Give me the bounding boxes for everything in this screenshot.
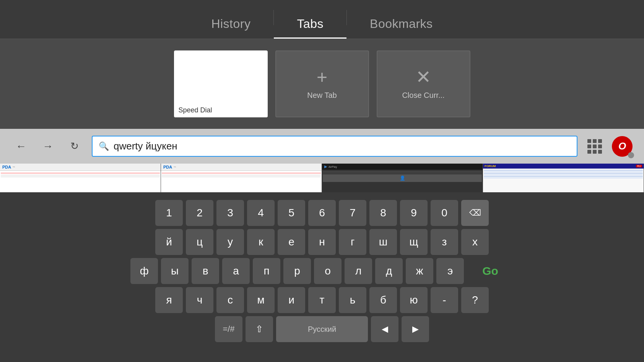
key-ц[interactable]: ц [186,229,213,255]
key-ы[interactable]: ы [161,258,189,284]
key-arrow-left[interactable]: ◀ [371,316,398,342]
forum-logo: FORUM [485,164,496,168]
key-в[interactable]: в [192,258,219,284]
thumbnail-3[interactable]: ▶ AirPlay 👤 [322,164,483,192]
thumb-inner-1: PDA ™ [0,164,161,192]
key-о[interactable]: о [314,258,342,284]
tab-card-new-tab[interactable]: + New Tab [275,50,369,117]
key-л[interactable]: л [345,258,372,284]
key-ь[interactable]: ь [339,287,366,313]
grid-dot [587,150,591,154]
tab-bookmarks[interactable]: Bookmarks [347,11,456,39]
key-й[interactable]: й [155,229,183,255]
key-question[interactable]: ? [461,287,489,313]
key-к[interactable]: к [247,229,275,255]
thumb-body-1 [0,171,161,192]
key-arrow-right[interactable]: ▶ [402,316,429,342]
grid-dot [587,144,591,148]
thumb-img: 👤 [323,174,482,182]
thumb-line [1,175,160,176]
key-ф[interactable]: ф [130,258,158,284]
key-7[interactable]: 7 [339,200,366,226]
key-е[interactable]: е [278,229,305,255]
thumbnail-2[interactable]: PDA ™ [161,164,322,192]
key-5[interactable]: 5 [278,200,305,226]
shift-icon: ⇧ [255,324,263,334]
key-щ[interactable]: щ [400,229,428,255]
key-space[interactable]: Русский [276,316,368,342]
key-6[interactable]: 6 [308,200,336,226]
key-т[interactable]: т [308,287,336,313]
key-н[interactable]: н [308,229,336,255]
thumb-header-2: PDA ™ [161,164,322,171]
forward-button[interactable]: → [38,137,57,156]
thumb-img-icon: 👤 [400,175,405,181]
key-3[interactable]: 3 [216,200,244,226]
grid-view-button[interactable] [585,137,604,156]
pda-logo-2: PDA [163,165,172,169]
forum-row [484,171,643,172]
key-special-chars[interactable]: =/# [215,316,242,342]
forum-row [484,173,643,174]
thumb-inner-2: PDA ™ [161,164,322,192]
thumb-inner-4: FORUM RU [483,164,644,192]
tab-tabs[interactable]: Tabs [274,11,346,39]
key-shift[interactable]: ⇧ [246,316,273,342]
thumbnails-row: PDA ™ PDA ™ ▶ [0,164,644,192]
key-м[interactable]: м [247,287,275,313]
close-current-label: Close Curr... [402,91,444,100]
search-icon: 🔍 [99,141,109,151]
grid-dot [598,150,602,154]
key-п[interactable]: п [253,258,280,284]
key-я[interactable]: я [155,287,183,313]
key-ш[interactable]: ш [369,229,397,255]
forum-row [484,176,643,177]
key-4[interactable]: 4 [247,200,275,226]
opera-letter: O [618,140,626,152]
pink-bar [1,172,160,174]
key-а[interactable]: а [222,258,250,284]
key-р[interactable]: р [283,258,311,284]
tab-history[interactable]: History [188,11,273,39]
backspace-icon: ⌫ [469,208,481,218]
thumb-line [323,171,482,172]
thumb-header-4: FORUM RU [483,164,644,169]
key-э[interactable]: э [436,258,464,284]
opera-logo-button[interactable]: O [612,136,633,157]
key-8[interactable]: 8 [369,200,397,226]
key-г[interactable]: г [339,229,366,255]
keyboard-row-1: й ц у к е н г ш щ з х [155,229,489,255]
key-ж[interactable]: ж [406,258,433,284]
back-icon: ← [16,140,26,153]
thumbnail-1[interactable]: PDA ™ [0,164,161,192]
key-1[interactable]: 1 [155,200,183,226]
grid-dot [598,139,602,143]
address-input[interactable] [114,140,571,152]
thumbnail-4[interactable]: FORUM RU [483,164,644,192]
pda-logo-1: PDA [2,165,11,169]
key-д[interactable]: д [375,258,403,284]
key-backspace[interactable]: ⌫ [461,200,489,226]
tab-card-speed-dial[interactable]: Speed Dial [174,50,268,117]
grid-dot [593,150,597,154]
thumb-subtitle-2: ™ [173,166,176,169]
key-б[interactable]: б [369,287,397,313]
key-и[interactable]: и [278,287,305,313]
thumb-subtitle-1: ™ [12,166,15,169]
key-з[interactable]: з [431,229,458,255]
key-х[interactable]: х [461,229,489,255]
key-0[interactable]: 0 [431,200,458,226]
reload-button[interactable]: ↻ [65,137,84,156]
key-2[interactable]: 2 [186,200,213,226]
key-с[interactable]: с [216,287,244,313]
tab-card-close-current[interactable]: ✕ Close Curr... [377,50,470,117]
back-button[interactable]: ← [11,137,31,156]
key-ю[interactable]: ю [400,287,428,313]
key-9[interactable]: 9 [400,200,428,226]
go-button[interactable]: Go [467,258,514,284]
keyboard-row-2: ф ы в а п р о л д ж э Go [0,258,644,284]
key-ч[interactable]: ч [186,287,213,313]
key-dash[interactable]: - [431,287,458,313]
keyboard-row-3: я ч с м и т ь б ю - ? [155,287,489,313]
key-у[interactable]: у [216,229,244,255]
